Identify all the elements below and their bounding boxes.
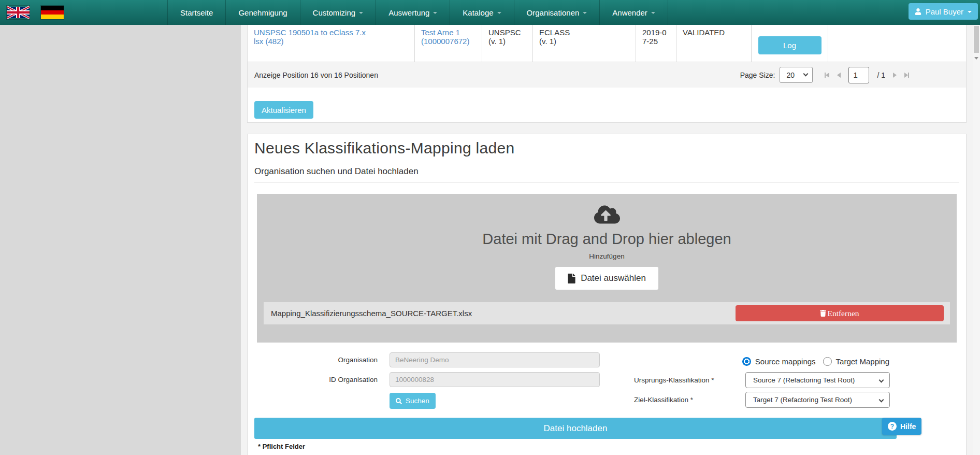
pagination-controls: Page Size: 20 / 1 [740,67,909,83]
refresh-button[interactable]: Aktualisieren [254,101,313,119]
radio-source-label: Source mappings [755,357,816,366]
log-button[interactable]: Log [758,36,822,54]
next-page-icon[interactable] [893,73,897,78]
dropzone-headline: Datei mit Drag and Drop hier ablegen [257,231,957,248]
status-badge: VALIDATED [683,28,725,37]
radio-source-mappings[interactable]: Source mappings [742,357,816,366]
cell-mapping-file: UNSPSC 190501a to eClass 7.x lsx (482) [248,25,415,62]
mapping-direction-radios: Source mappings Target Mapping [742,357,889,366]
search-button[interactable]: Suchen [390,393,436,409]
current-page-input[interactable] [848,67,869,83]
cell-date: 2019-07-25 [636,25,676,62]
nav-item-genehmigung[interactable]: Genehmigung [225,0,299,25]
chevron-down-icon [879,378,884,383]
radio-target-label: Target Mapping [836,357,889,366]
source-classification-selected: Source 7 (Refactoring Test Root) [753,376,855,384]
nav-label: Kataloge [463,8,493,17]
page-size-label: Page Size: [740,71,775,79]
chevron-down-icon [879,397,884,403]
mapping-file-link[interactable]: UNSPSC 190501a to eClass 7.x lsx (482) [254,28,366,46]
search-button-label: Suchen [406,397,429,405]
flag-uk-icon[interactable] [7,6,30,19]
organisation-link[interactable]: Test Arne 1 (1000007672) [421,28,469,46]
user-icon [915,8,921,15]
total-pages-label: / 1 [877,71,885,79]
radio-target-mapping[interactable]: Target Mapping [823,357,889,366]
choose-file-label: Datei auswählen [581,273,646,283]
top-navbar: Startseite Genehmigung Customizing Auswe… [0,0,980,25]
help-label: Hilfe [900,422,916,431]
question-icon: ? [888,422,897,431]
cell-status: VALIDATED [676,25,752,62]
user-menu-button[interactable]: Paul Buyer [909,3,978,20]
source-classification-value: UNSPSC (v. 1) [488,28,521,46]
file-dropzone[interactable]: Datei mit Drag and Drop hier ablegen Hin… [257,194,957,343]
section-title: Neues Klassifikations-Mapping laden [254,139,514,157]
page-size-select[interactable]: 20 [780,67,813,83]
cell-organisation: Test Arne 1 (1000007672) [415,25,482,62]
nav-label: Customizing [313,8,356,17]
organisation-id-field[interactable] [390,372,600,387]
organisation-label: Organisation [248,352,378,367]
nav-label: Organisationen [527,8,580,17]
nav-item-customizing[interactable]: Customizing [300,0,376,25]
search-icon [396,398,402,404]
organisation-field[interactable] [390,352,600,367]
cell-log: Log [752,25,828,62]
scroll-down-icon[interactable] [974,57,978,60]
nav-label: Genehmigung [238,8,287,17]
target-classification-select[interactable]: Target 7 (Refactoring Test Root) [745,392,890,408]
nav-label: Auswertung [388,8,429,17]
nav-label: Anwender [612,8,647,17]
radio-unselected-icon [823,357,832,366]
chevron-down-icon [497,12,501,14]
language-flags [7,0,64,25]
upload-file-button[interactable]: Datei hochladen [254,418,897,439]
chevron-down-icon [583,12,587,14]
page-size-value: 20 [786,71,795,79]
previous-page-icon[interactable] [837,73,841,78]
source-classification-select[interactable]: Source 7 (Refactoring Test Root) [745,372,890,388]
upload-mapping-panel: Neues Klassifikations-Mapping laden Orga… [247,134,967,455]
cell-empty [828,25,966,62]
flag-germany-icon[interactable] [41,6,64,19]
chevron-down-icon [433,12,437,14]
last-page-icon[interactable] [904,73,909,78]
nav-item-anwender[interactable]: Anwender [599,0,668,25]
user-name: Paul Buyer [926,7,963,16]
mappings-table-panel: UNSPSC 190501a to eClass 7.x lsx (482) T… [247,25,967,123]
nav-item-auswertung[interactable]: Auswertung [376,0,450,25]
remove-file-label: Entfernen [827,309,859,318]
help-button[interactable]: ? Hilfe [882,418,921,435]
nav-label: Startseite [180,8,213,17]
organisation-id-label: ID Organisation [248,372,378,387]
target-classification-selected: Target 7 (Refactoring Test Root) [753,396,852,404]
nav-item-startseite[interactable]: Startseite [167,0,225,25]
first-page-icon[interactable] [825,73,829,78]
divider [254,182,959,183]
dropzone-subtext: Hinzufügen [257,252,957,260]
selected-file-name: Mapping_Klassifizierungsschema_SOURCE-TA… [271,309,472,318]
chevron-down-icon [651,12,655,14]
chevron-down-icon [803,72,809,77]
section-subtitle: Organisation suchen und Datei hochladen [254,166,419,177]
chevron-down-icon [359,12,363,14]
cell-source-classification: UNSPSC (v. 1) [482,25,533,62]
target-classification-label: Ziel-Klassifikation * [634,392,693,408]
chevron-down-icon [968,11,972,13]
target-classification-value: ECLASS (v. 1) [539,28,570,46]
remove-file-button[interactable]: Entfernen [736,305,944,321]
left-gutter [0,25,241,455]
choose-file-button[interactable]: Datei auswählen [555,267,658,290]
required-fields-note: * Pflicht Felder [258,443,305,450]
date-value: 2019-07-25 [642,28,667,46]
nav-item-kataloge[interactable]: Kataloge [450,0,513,25]
vertical-scrollbar[interactable] [973,25,980,455]
table-row: UNSPSC 190501a to eClass 7.x lsx (482) T… [248,25,966,62]
file-icon [568,274,575,283]
pager: / 1 [825,67,909,83]
scrollbar-thumb[interactable] [974,26,979,53]
cloud-upload-icon [593,204,621,225]
selected-file-row: Mapping_Klassifizierungsschema_SOURCE-TA… [264,302,950,324]
nav-item-organisationen[interactable]: Organisationen [514,0,600,25]
